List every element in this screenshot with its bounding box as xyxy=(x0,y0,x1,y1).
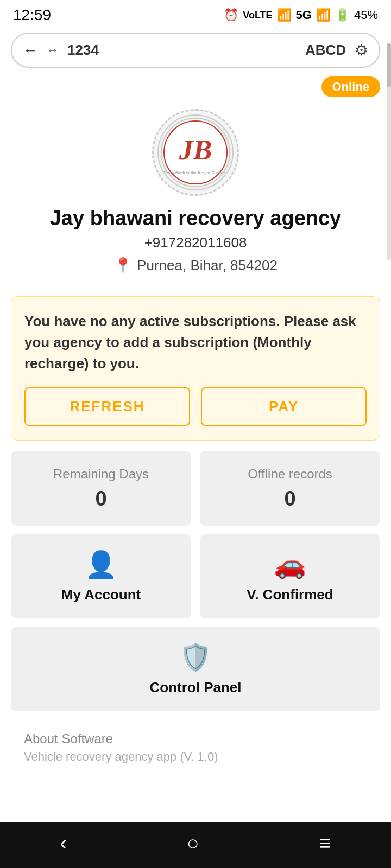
online-badge-container: Online xyxy=(0,76,391,97)
signal-icon: 📶 xyxy=(316,8,331,22)
agency-phone: +917282011608 xyxy=(144,234,247,251)
scroll-thumb xyxy=(387,43,391,87)
browser-domain: ABCD xyxy=(305,42,346,59)
avatar-logo: JB Team Work is the Key to Success xyxy=(157,114,234,190)
agency-location: 📍 Purnea, Bihar, 854202 xyxy=(113,257,278,275)
alarm-icon: ⏰ xyxy=(224,8,238,22)
bottom-nav: ‹ ○ ≡ xyxy=(0,822,391,868)
volte-icon: VoLTE xyxy=(243,10,272,21)
scroll-track xyxy=(387,43,391,260)
nav-back-button[interactable]: ‹ xyxy=(43,832,83,855)
location-text: Purnea, Bihar, 854202 xyxy=(137,257,278,274)
status-bar: 12:59 ⏰ VoLTE 📶 5G 📶 🔋 45% xyxy=(0,0,391,28)
avatar-container: JB Team Work is the Key to Success xyxy=(152,109,239,196)
network-icon: 5G xyxy=(296,8,312,22)
remaining-days-card: Remaining Days 0 xyxy=(11,451,191,526)
stats-grid: Remaining Days 0 Offline records 0 xyxy=(11,451,380,526)
my-account-card[interactable]: 👤 My Account xyxy=(11,534,191,618)
agency-name: Jay bhawani recovery agency xyxy=(50,207,342,230)
status-icons: ⏰ VoLTE 📶 5G 📶 🔋 45% xyxy=(224,8,378,22)
browser-bar: ← ↔ 1234 ABCD ⚙ xyxy=(11,33,380,68)
action-grid: 👤 My Account 🚗 V. Confirmed xyxy=(11,534,380,618)
v-confirmed-label: V. Confirmed xyxy=(247,586,333,603)
car-icon: 🚗 xyxy=(274,550,306,580)
browser-url[interactable]: 1234 xyxy=(67,42,297,59)
profile-section: JB Team Work is the Key to Success Jay b… xyxy=(0,104,391,285)
shield-admin-icon: 🛡️ xyxy=(179,642,212,673)
subscription-box: You have no any active subscriptions. Pl… xyxy=(11,296,380,441)
remaining-days-value: 0 xyxy=(95,487,106,510)
svg-text:JB: JB xyxy=(179,135,212,165)
battery-icon: 🔋 xyxy=(335,8,350,22)
location-icon: 📍 xyxy=(113,257,133,275)
about-subtitle: Vehicle recovery agency app (V. 1.0) xyxy=(24,750,367,764)
nav-menu-button[interactable]: ≡ xyxy=(302,832,347,855)
about-title: About Software xyxy=(24,731,367,746)
offline-records-card: Offline records 0 xyxy=(200,451,380,526)
my-account-label: My Account xyxy=(61,586,141,603)
offline-records-value: 0 xyxy=(284,487,295,510)
remaining-days-label: Remaining Days xyxy=(53,467,149,482)
v-confirmed-card[interactable]: 🚗 V. Confirmed xyxy=(200,534,380,618)
nav-home-button[interactable]: ○ xyxy=(171,832,216,855)
subscription-buttons: REFRESH PAY xyxy=(24,387,367,426)
forward-button[interactable]: ↔ xyxy=(47,43,59,58)
wifi-icon: 📶 xyxy=(277,8,292,22)
settings-icon[interactable]: ⚙ xyxy=(355,41,368,59)
svg-text:Team Work is the Key to Succes: Team Work is the Key to Success xyxy=(163,170,228,175)
about-section: About Software Vehicle recovery agency a… xyxy=(11,720,380,775)
back-button[interactable]: ← xyxy=(23,42,38,59)
control-panel-card[interactable]: 🛡️ Control Panel xyxy=(11,627,380,711)
online-badge: Online xyxy=(321,76,380,97)
pay-button[interactable]: PAY xyxy=(201,387,367,426)
subscription-message: You have no any active subscriptions. Pl… xyxy=(24,311,367,374)
offline-records-label: Offline records xyxy=(248,467,332,482)
refresh-button[interactable]: REFRESH xyxy=(24,387,190,426)
account-icon: 👤 xyxy=(85,550,117,580)
status-time: 12:59 xyxy=(13,7,51,24)
battery-level: 45% xyxy=(354,8,378,22)
control-panel-label: Control Panel xyxy=(149,679,241,696)
